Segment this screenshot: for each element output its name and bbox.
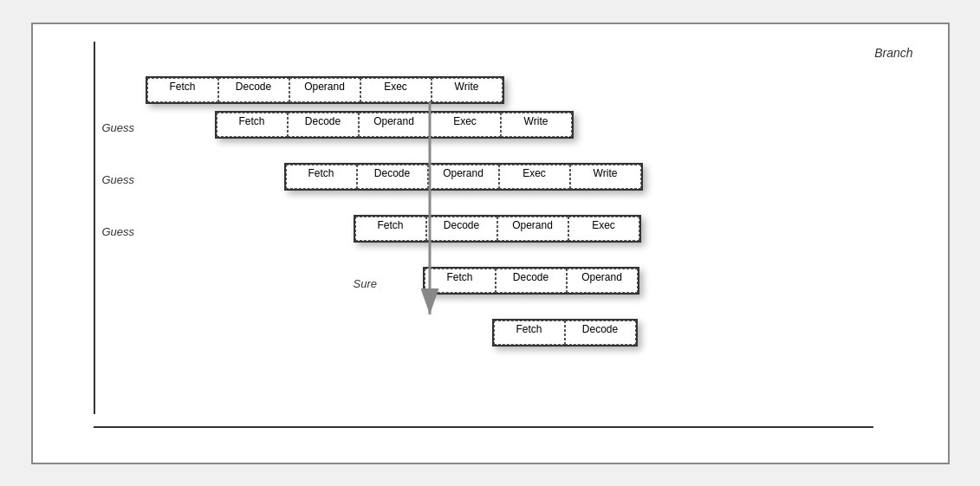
- cell-r2-exec: Exec: [499, 165, 570, 189]
- label-guess2: Guess: [102, 173, 135, 186]
- cell-r3-fetch: Fetch: [355, 217, 426, 241]
- cell-r2-decode: Decode: [357, 165, 428, 189]
- cell-r0-write: Write: [432, 78, 503, 102]
- cell-r4-decode: Decode: [496, 269, 567, 293]
- label-guess3: Guess: [102, 225, 135, 238]
- cell-r1-fetch: Fetch: [217, 113, 288, 137]
- cell-r3-decode: Decode: [426, 217, 497, 241]
- chart-area: Branch Fetch Decode Operand Exec Write G…: [85, 42, 931, 428]
- pipeline-row-3: Fetch Decode Operand Exec: [354, 215, 641, 243]
- cell-r3-exec: Exec: [568, 217, 639, 241]
- cell-r3-operand: Operand: [497, 217, 568, 241]
- cell-r2-write: Write: [570, 165, 641, 189]
- cell-r4-operand: Operand: [567, 269, 638, 293]
- cell-r0-decode: Decode: [218, 78, 289, 102]
- cell-r2-operand: Operand: [428, 165, 499, 189]
- pipeline-row-0: Fetch Decode Operand Exec Write: [146, 76, 504, 104]
- cell-r1-exec: Exec: [430, 113, 501, 137]
- pipeline-row-5: Fetch Decode: [492, 319, 638, 347]
- pipeline-row-4: Fetch Decode Operand: [423, 267, 639, 295]
- cell-r0-fetch: Fetch: [147, 78, 218, 102]
- pipeline-row-1: Fetch Decode Operand Exec Write: [215, 111, 574, 139]
- label-sure: Sure: [354, 277, 377, 290]
- x-axis: [94, 426, 873, 428]
- pipeline-row-2: Fetch Decode Operand Exec Write: [284, 163, 643, 191]
- cell-r5-decode: Decode: [565, 321, 636, 345]
- cell-r5-fetch: Fetch: [494, 321, 565, 345]
- cell-r0-operand: Operand: [289, 78, 360, 102]
- cell-r1-write: Write: [501, 113, 572, 137]
- cell-r0-exec: Exec: [360, 78, 432, 102]
- cell-r4-fetch: Fetch: [425, 269, 496, 293]
- cell-r2-fetch: Fetch: [286, 165, 357, 189]
- label-guess1: Guess: [102, 121, 135, 134]
- cell-r1-operand: Operand: [359, 113, 430, 137]
- diagram-frame: Branch Fetch Decode Operand Exec Write G…: [31, 23, 950, 464]
- branch-label: Branch: [874, 46, 912, 60]
- y-axis: [94, 42, 95, 414]
- cell-r1-decode: Decode: [288, 113, 359, 137]
